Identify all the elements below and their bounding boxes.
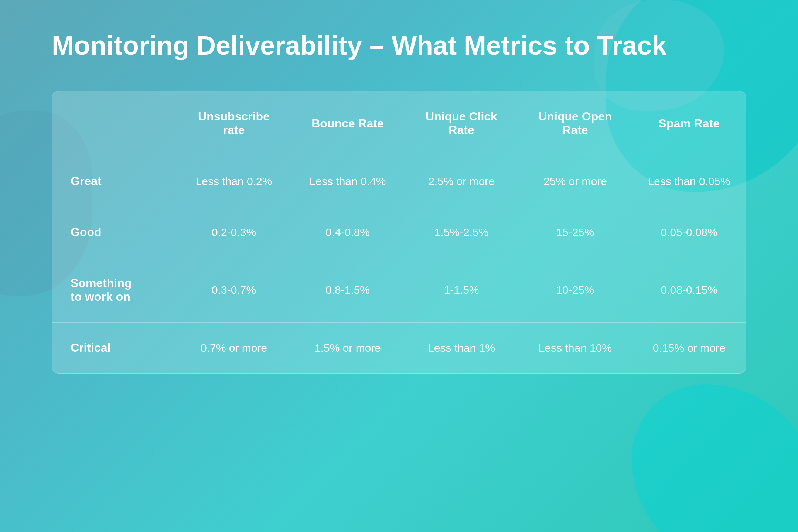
cell-2-spam_rate: 0.08-0.15% <box>632 258 746 323</box>
cell-1-unique_open_rate: 15-25% <box>518 207 632 258</box>
table-row: GreatLess than 0.2%Less than 0.4%2.5% or… <box>52 156 746 207</box>
cell-3-category: Critical <box>52 323 177 374</box>
table-row: Somethingto work on0.3-0.7%0.8-1.5%1-1.5… <box>52 258 746 323</box>
header-category <box>52 91 177 156</box>
cell-0-category: Great <box>52 156 177 207</box>
cell-1-category: Good <box>52 207 177 258</box>
table-row: Critical0.7% or more1.5% or moreLess tha… <box>52 323 746 374</box>
header-unique-click-rate: Unique Click Rate <box>405 91 518 156</box>
cell-2-unsubscribe_rate: 0.3-0.7% <box>177 258 291 323</box>
cell-2-bounce_rate: 0.8-1.5% <box>291 258 405 323</box>
cell-1-bounce_rate: 0.4-0.8% <box>291 207 405 258</box>
cell-1-spam_rate: 0.05-0.08% <box>632 207 746 258</box>
header-unsubscribe-rate: Unsubscribe rate <box>177 91 291 156</box>
header-spam-rate: Spam Rate <box>632 91 746 156</box>
cell-1-unsubscribe_rate: 0.2-0.3% <box>177 207 291 258</box>
cell-0-unique_click_rate: 2.5% or more <box>405 156 518 207</box>
cell-3-unsubscribe_rate: 0.7% or more <box>177 323 291 374</box>
cell-0-bounce_rate: Less than 0.4% <box>291 156 405 207</box>
cell-0-unique_open_rate: 25% or more <box>518 156 632 207</box>
cell-0-unsubscribe_rate: Less than 0.2% <box>177 156 291 207</box>
main-content: Monitoring Deliverability – What Metrics… <box>0 0 798 403</box>
cell-3-spam_rate: 0.15% or more <box>632 323 746 374</box>
table-row: Good0.2-0.3%0.4-0.8%1.5%-2.5%15-25%0.05-… <box>52 207 746 258</box>
header-bounce-rate: Bounce Rate <box>291 91 405 156</box>
cell-2-category: Somethingto work on <box>52 258 177 323</box>
bg-blob-bottom-right <box>632 384 798 532</box>
header-unique-open-rate: Unique Open Rate <box>518 91 632 156</box>
cell-2-unique_click_rate: 1-1.5% <box>405 258 518 323</box>
page-title: Monitoring Deliverability – What Metrics… <box>52 30 746 61</box>
cell-3-unique_click_rate: Less than 1% <box>405 323 518 374</box>
metrics-table: Unsubscribe rate Bounce Rate Unique Clic… <box>52 91 746 373</box>
table-header-row: Unsubscribe rate Bounce Rate Unique Clic… <box>52 91 746 156</box>
cell-0-spam_rate: Less than 0.05% <box>632 156 746 207</box>
cell-3-bounce_rate: 1.5% or more <box>291 323 405 374</box>
cell-3-unique_open_rate: Less than 10% <box>518 323 632 374</box>
metrics-table-container: Unsubscribe rate Bounce Rate Unique Clic… <box>52 91 746 374</box>
cell-1-unique_click_rate: 1.5%-2.5% <box>405 207 518 258</box>
cell-2-unique_open_rate: 10-25% <box>518 258 632 323</box>
